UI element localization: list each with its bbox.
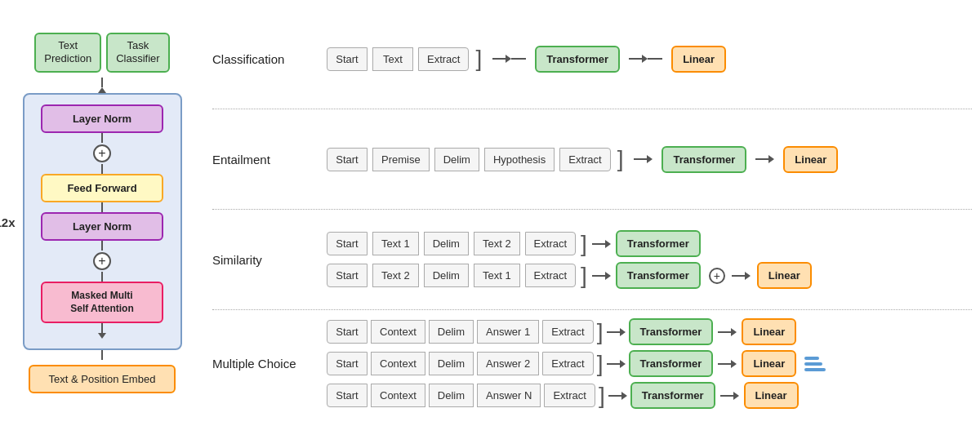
e-token-hypothesis: Hypothesis: [484, 148, 555, 171]
s1-start: Start: [327, 232, 368, 255]
arrow-up-top: [98, 87, 106, 93]
mc2-start: Start: [327, 352, 368, 375]
arrow-line-top: [101, 78, 103, 87]
v-line-3: [101, 202, 103, 212]
masked-attention-box: Masked Multi Self Attention: [41, 282, 163, 323]
token-extract: Extract: [418, 47, 469, 71]
similarity-content: Start Text 1 Delim Text 2 Extract ] Tran…: [327, 230, 972, 289]
mcn-start: Start: [327, 384, 368, 407]
entailment-sequence: Start Premise Delim Hypothesis Extract ]…: [327, 146, 972, 173]
s1-delim: Delim: [424, 232, 469, 255]
transformer-sim-2: Transformer: [616, 262, 701, 289]
multiple-choice-label: Multiple Choice: [212, 357, 318, 371]
mc-row-1: Start Context Delim Answer 1 Extract ] T…: [327, 318, 972, 345]
e-arrow-1: [634, 155, 653, 163]
v-line-2: [101, 164, 103, 174]
mc1-bracket: ]: [597, 321, 604, 344]
mc1-context: Context: [371, 320, 425, 344]
mc1-answer1: Answer 1: [477, 320, 539, 344]
repeat-label: 12x: [0, 215, 16, 229]
linear-box-cls: Linear: [671, 46, 726, 73]
classification-row: Classification Start Text Extract ] Tran…: [212, 9, 972, 109]
feed-forward-box: Feed Forward: [41, 174, 163, 202]
token-start: Start: [327, 47, 368, 71]
v-line-5: [101, 272, 103, 282]
linear-box-sim: Linear: [757, 262, 812, 289]
linear-mc1: Linear: [742, 318, 796, 345]
entailment-label: Entailment: [212, 153, 318, 166]
plus-circle-bottom: +: [93, 252, 111, 270]
arrow-right-1: [492, 55, 526, 63]
e-token-start: Start: [327, 148, 368, 171]
mc2-answer2: Answer 2: [477, 352, 539, 375]
task-classifier-box: Task Classifier: [106, 33, 169, 73]
embed-box: Text & Position Embed: [29, 365, 176, 393]
v-line-7: [101, 350, 103, 360]
left-panel: Text Prediction Task Classifier 12x Laye…: [8, 33, 196, 394]
plus-circle-sim: +: [709, 268, 725, 284]
s1-bracket: ]: [581, 233, 587, 255]
s1-extract: Extract: [525, 232, 576, 255]
s1-text2: Text 2: [474, 232, 520, 255]
s2-start: Start: [327, 264, 368, 287]
bracket-end: ]: [475, 47, 482, 70]
e-token-extract: Extract: [559, 148, 610, 171]
mcn-extract: Extract: [544, 384, 595, 407]
classification-sequence: Start Text Extract ] Transformer: [327, 46, 972, 73]
mc2-bracket: ]: [597, 353, 604, 375]
plus-circle-top: +: [93, 144, 111, 162]
layer-norm-top: Layer Norm: [41, 104, 163, 133]
e-bracket-end: ]: [617, 148, 624, 171]
mc-row-n: Start Context Delim Answer N Extract ] T…: [327, 382, 972, 409]
mc1-delim: Delim: [429, 320, 474, 344]
classification-content: Start Text Extract ] Transformer: [327, 46, 972, 73]
similarity-label: Similarity: [212, 253, 318, 267]
sim-final-arrow: [732, 272, 751, 280]
mc2-extract: Extract: [542, 352, 593, 375]
transformer-mc2: Transformer: [629, 350, 714, 377]
linear-mcn: Linear: [744, 382, 799, 409]
s1-text1: Text 1: [372, 232, 419, 255]
similarity-row: Similarity Start Text 1 Delim Text 2 Ext…: [212, 210, 972, 310]
v-line-6: [101, 323, 103, 333]
mc1-extract: Extract: [542, 320, 593, 344]
linear-box-ent: Linear: [783, 146, 838, 173]
mcn-arrow: [608, 392, 627, 400]
mc2-delim: Delim: [429, 352, 474, 375]
stack-indicator: [804, 357, 826, 371]
mc1-start: Start: [327, 320, 368, 344]
s2-text1: Text 1: [474, 264, 520, 287]
entailment-content: Start Premise Delim Hypothesis Extract ]…: [327, 146, 972, 173]
main-container: Text Prediction Task Classifier 12x Laye…: [8, 9, 972, 417]
s2-extract: Extract: [525, 264, 576, 287]
mc-row-2: Start Context Delim Answer 2 Extract ] T…: [327, 350, 972, 377]
mcn-delim: Delim: [429, 384, 474, 407]
mc1-arrow: [607, 328, 626, 336]
mc2-arrow: [607, 360, 626, 368]
s2-bracket: ]: [581, 264, 587, 287]
v-line-1: [101, 133, 103, 143]
token-text: Text: [372, 47, 413, 71]
e-token-premise: Premise: [372, 148, 430, 171]
s1-arrow: [592, 240, 611, 248]
arrow-right-2: [629, 55, 662, 63]
s2-delim: Delim: [424, 264, 469, 287]
transformer-block: 12x Layer Norm + Feed Forward Layer Norm…: [23, 93, 182, 350]
mcn-context: Context: [371, 384, 425, 407]
multiple-choice-content: Start Context Delim Answer 1 Extract ] T…: [327, 318, 972, 409]
mc2-context: Context: [371, 352, 425, 375]
right-panel: Classification Start Text Extract ] Tran…: [212, 9, 972, 417]
e-token-delim: Delim: [434, 148, 479, 171]
s2-text2: Text 2: [372, 264, 419, 287]
mcn-answern: Answer N: [477, 384, 541, 407]
transformer-mc1: Transformer: [629, 318, 714, 345]
e-arrow-2: [755, 155, 774, 163]
s2-arrow: [592, 272, 611, 280]
top-boxes: Text Prediction Task Classifier: [34, 33, 169, 73]
transformer-box-ent: Transformer: [662, 146, 746, 173]
classification-label: Classification: [212, 52, 318, 66]
transformer-sim-1: Transformer: [616, 230, 701, 257]
entailment-row: Entailment Start Premise Delim Hypothesi…: [212, 109, 972, 210]
transformer-mcn: Transformer: [630, 382, 715, 409]
layer-norm-bottom: Layer Norm: [41, 212, 163, 241]
